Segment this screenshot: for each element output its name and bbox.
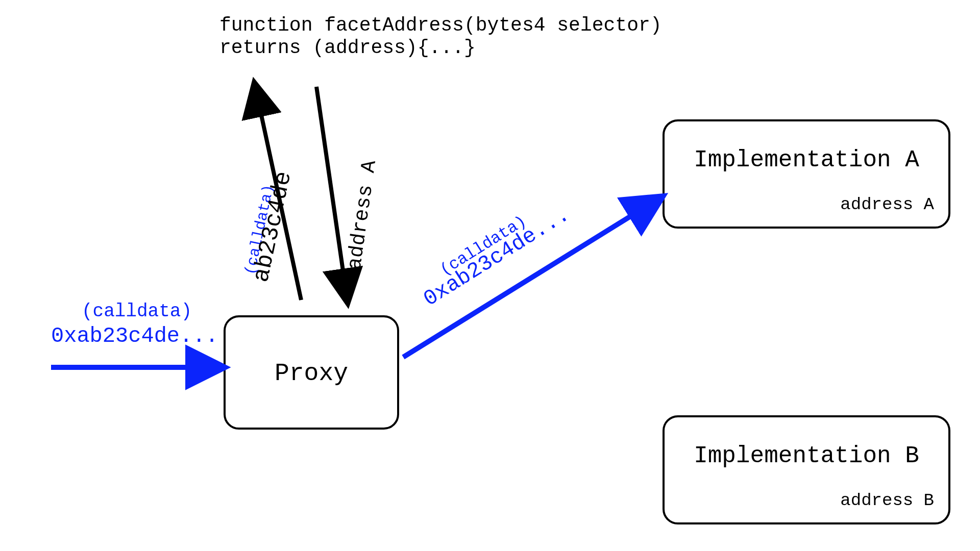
return-address-arrow (316, 87, 347, 299)
implementation-b-sub: address B (840, 491, 934, 510)
implementation-a-sub: address A (840, 195, 934, 214)
implementation-b-title: Implementation B (694, 443, 919, 469)
function-signature-line-2: returns (address){...} (219, 37, 476, 59)
return-address-value: address A (343, 159, 381, 271)
diagram-canvas: function facetAddress(bytes4 selector) r… (0, 0, 980, 551)
incoming-calldata-value: 0xab23c4de... (51, 324, 218, 348)
implementation-a-title: Implementation A (694, 147, 919, 173)
incoming-calldata-label: (calldata) (82, 301, 192, 322)
function-signature-line-1: function facetAddress(bytes4 selector) (219, 14, 662, 36)
delegate-calldata-value: 0xab23c4de... (419, 203, 574, 312)
proxy-label: Proxy (275, 360, 348, 387)
